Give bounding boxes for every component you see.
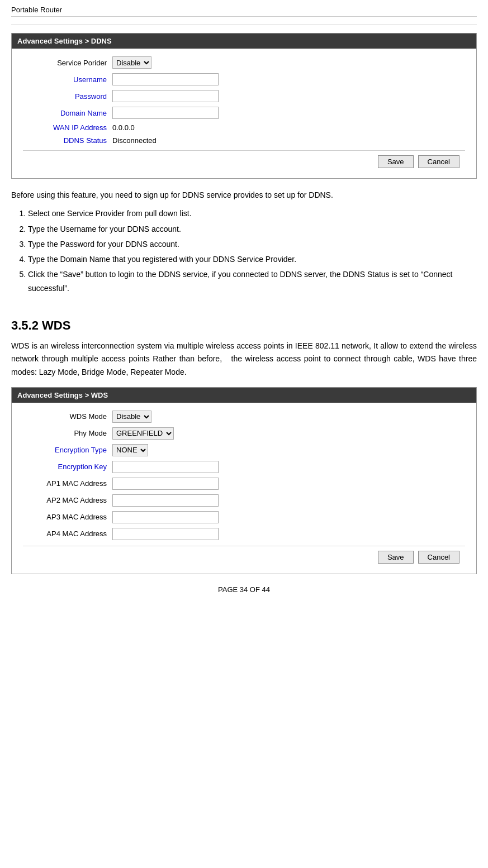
ddns-password-label: Password	[23, 92, 112, 101]
ddns-service-provider-select[interactable]: Disable	[112, 56, 151, 69]
ddns-save-button[interactable]: Save	[378, 155, 414, 168]
wds-encryption-key-row: Encryption Key	[23, 461, 465, 473]
ddns-button-row: Save Cancel	[23, 150, 465, 173]
ddns-step-3: Type the Password for your DDNS account.	[28, 237, 477, 251]
wds-header: Advanced Settings > WDS	[12, 388, 476, 403]
ddns-status-value: Disconnected	[112, 136, 157, 145]
wds-ap2-mac-input[interactable]	[112, 494, 219, 507]
wds-mode-select[interactable]: Disable	[112, 411, 151, 423]
wds-phy-mode-select[interactable]: GREENFIELD	[112, 427, 174, 440]
wds-ap3-mac-input[interactable]	[112, 511, 219, 523]
ddns-username-row: Username	[23, 73, 465, 85]
page-footer: PAGE 34 OF 44	[11, 585, 477, 594]
wds-ap1-mac-label: AP1 MAC Address	[23, 479, 112, 488]
ddns-domain-name-row: Domain Name	[23, 107, 465, 119]
ddns-service-provider-label: Service Porider	[23, 59, 112, 67]
ddns-password-row: Password	[23, 90, 465, 102]
ddns-step-2: Type the Username for your DDNS account.	[28, 222, 477, 236]
wds-mode-label: WDS Mode	[23, 412, 112, 421]
wds-ap3-mac-row: AP3 MAC Address	[23, 511, 465, 523]
wds-ap1-mac-row: AP1 MAC Address	[23, 478, 465, 490]
wds-encryption-key-label: Encryption Key	[23, 462, 112, 471]
wds-ap4-mac-row: AP4 MAC Address	[23, 528, 465, 540]
wds-ap4-mac-input[interactable]	[112, 528, 219, 540]
ddns-header: Advanced Settings > DDNS	[12, 34, 476, 49]
wds-settings-box: Advanced Settings > WDS WDS Mode Disable…	[11, 387, 477, 574]
ddns-status-label: DDNS Status	[23, 136, 112, 145]
wds-ap3-mac-label: AP3 MAC Address	[23, 513, 112, 521]
ddns-status-row: DDNS Status Disconnected	[23, 136, 465, 145]
wds-button-row: Save Cancel	[23, 546, 465, 568]
page-title: Portable Router	[11, 6, 477, 17]
wds-mode-row: WDS Mode Disable	[23, 411, 465, 423]
ddns-username-label: Username	[23, 75, 112, 84]
ddns-service-provider-row: Service Porider Disable	[23, 56, 465, 69]
wds-encryption-type-row: Encryption Type NONE	[23, 444, 465, 456]
wds-ap4-mac-label: AP4 MAC Address	[23, 530, 112, 538]
ddns-intro: Before using this feature, you need to s…	[11, 189, 477, 201]
ddns-domain-name-label: Domain Name	[23, 109, 112, 117]
ddns-step-5: Click the “Save” button to login to the …	[28, 268, 477, 295]
ddns-wan-ip-value: 0.0.0.0	[112, 123, 135, 132]
ddns-wan-ip-label: WAN IP Address	[23, 123, 112, 132]
wds-encryption-key-input[interactable]	[112, 461, 219, 473]
wds-ap2-mac-label: AP2 MAC Address	[23, 496, 112, 504]
wds-description: WDS is an wireless interconnection syste…	[11, 340, 477, 379]
wds-cancel-button[interactable]: Cancel	[418, 551, 459, 564]
wds-ap1-mac-input[interactable]	[112, 478, 219, 490]
ddns-steps-list: Select one Service Provider from pull do…	[28, 207, 477, 295]
wds-ap2-mac-row: AP2 MAC Address	[23, 494, 465, 507]
wds-save-button[interactable]: Save	[378, 551, 414, 564]
ddns-password-input[interactable]	[112, 90, 219, 102]
ddns-username-input[interactable]	[112, 73, 219, 85]
ddns-wan-ip-row: WAN IP Address 0.0.0.0	[23, 123, 465, 132]
wds-encryption-type-select[interactable]: NONE	[112, 444, 148, 456]
ddns-cancel-button[interactable]: Cancel	[418, 155, 459, 168]
ddns-domain-name-input[interactable]	[112, 107, 219, 119]
wds-phy-mode-row: Phy Mode GREENFIELD	[23, 427, 465, 440]
wds-encryption-type-label: Encryption Type	[23, 446, 112, 454]
ddns-settings-box: Advanced Settings > DDNS Service Porider…	[11, 33, 477, 179]
ddns-step-1: Select one Service Provider from pull do…	[28, 207, 477, 221]
wds-section-title: 3.5.2 WDS	[11, 318, 477, 333]
ddns-step-4: Type the Domain Name that you registered…	[28, 252, 477, 266]
wds-phy-mode-label: Phy Mode	[23, 429, 112, 437]
